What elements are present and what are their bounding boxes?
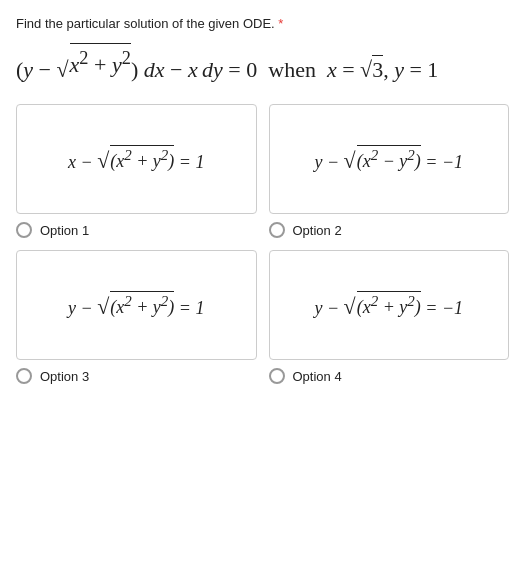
- option-2-box[interactable]: y − √(x2 − y2) = −1: [269, 104, 510, 214]
- option-4-item: y − √(x2 + y2) = −1 Option 4: [269, 250, 510, 384]
- main-equation: (y − √x2 + y2 ) dx − x dy = 0 when x = √…: [16, 43, 509, 86]
- option-3-box[interactable]: y − √(x2 + y2) = 1: [16, 250, 257, 360]
- option-3-item: y − √(x2 + y2) = 1 Option 3: [16, 250, 257, 384]
- main-equation-display: (y − √x2 + y2 ) dx − x dy = 0 when x = √…: [16, 57, 438, 82]
- option-4-formula: y − √(x2 + y2) = −1: [314, 291, 463, 319]
- option-3-radio[interactable]: [16, 368, 32, 384]
- option-1-formula: x − √(x2 + y2) = 1: [68, 145, 205, 173]
- option-4-label-row: Option 4: [269, 368, 510, 384]
- question-text: Find the particular solution of the give…: [16, 16, 275, 31]
- options-grid: x − √(x2 + y2) = 1 Option 1 y − √(x2 − y…: [16, 104, 509, 384]
- option-1-radio[interactable]: [16, 222, 32, 238]
- option-1-label-row: Option 1: [16, 222, 257, 238]
- option-2-formula: y − √(x2 − y2) = −1: [314, 145, 463, 173]
- option-4-label: Option 4: [293, 369, 342, 384]
- option-2-item: y − √(x2 − y2) = −1 Option 2: [269, 104, 510, 238]
- option-2-radio[interactable]: [269, 222, 285, 238]
- option-3-formula: y − √(x2 + y2) = 1: [68, 291, 205, 319]
- required-star: *: [278, 16, 283, 31]
- option-1-item: x − √(x2 + y2) = 1 Option 1: [16, 104, 257, 238]
- option-2-label: Option 2: [293, 223, 342, 238]
- option-1-box[interactable]: x − √(x2 + y2) = 1: [16, 104, 257, 214]
- option-3-label: Option 3: [40, 369, 89, 384]
- option-3-label-row: Option 3: [16, 368, 257, 384]
- option-1-label: Option 1: [40, 223, 89, 238]
- option-4-radio[interactable]: [269, 368, 285, 384]
- option-4-box[interactable]: y − √(x2 + y2) = −1: [269, 250, 510, 360]
- option-2-label-row: Option 2: [269, 222, 510, 238]
- question-label: Find the particular solution of the give…: [16, 16, 509, 31]
